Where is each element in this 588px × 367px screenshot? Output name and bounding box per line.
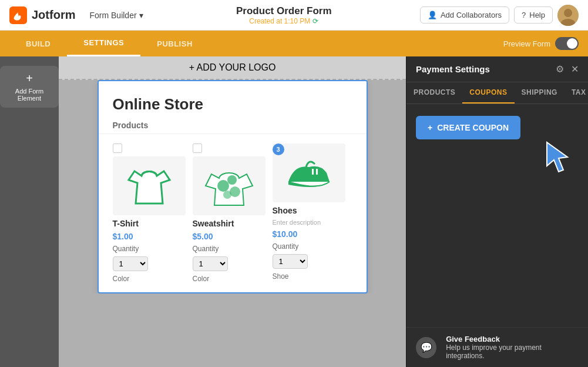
form-canvas: + ADD YOUR LOGO Online Store Products	[59, 56, 406, 367]
qty-select-shoes[interactable]: 1	[273, 254, 308, 269]
form-builder-label: Form Builder	[89, 11, 136, 20]
chevron-down-icon: ▾	[139, 11, 143, 20]
payment-settings-panel: Payment Settings ⚙ ✕ PRODUCTS COUPONS SH…	[406, 56, 588, 367]
plus-icon: +	[428, 123, 432, 132]
product-price-tshirt: $1.00	[113, 232, 186, 241]
add-form-element-label: Add Form Element	[9, 88, 49, 102]
logo-area: Jotform	[9, 6, 75, 24]
cursor-arrow	[541, 139, 576, 175]
panel-header-icons: ⚙ ✕	[556, 64, 579, 75]
product-image-tshirt	[113, 156, 186, 215]
svg-point-5	[227, 175, 237, 185]
svg-rect-8	[312, 169, 314, 175]
form-card-header: Online Store	[99, 81, 367, 121]
feedback-text-area: Give Feedback Help us improve your payme…	[446, 335, 579, 360]
svg-point-7	[223, 191, 231, 199]
tab-publish[interactable]: PUBLISH	[140, 31, 209, 56]
form-subtitle-text: Created at 1:10 PM	[249, 17, 310, 25]
tab-bar: BUILD SETTINGS PUBLISH Preview Form	[0, 31, 588, 56]
help-label: Help	[529, 11, 545, 19]
product-name-tshirt: T-Shirt	[113, 219, 186, 228]
qty-select-sweatshirt[interactable]: 123	[193, 256, 228, 271]
tab-tax[interactable]: TAX	[565, 82, 588, 104]
product-image-wrapper-shoes: 3	[273, 144, 345, 202]
qty-select-tshirt[interactable]: 123	[113, 256, 148, 271]
product-checkbox-sweatshirt[interactable]	[193, 144, 202, 153]
nav-right: 👤 Add Collaborators ? Help	[420, 5, 579, 26]
sync-icon: ⟳	[313, 17, 318, 25]
feedback-title: Give Feedback	[446, 335, 579, 343]
color-label-tshirt: Color	[113, 275, 186, 283]
user-plus-icon: 👤	[428, 11, 437, 19]
add-logo-text: + ADD YOUR LOGO	[189, 62, 276, 73]
form-title-area: Product Order Form Created at 1:10 PM ⟳	[157, 5, 411, 25]
tab-products[interactable]: PRODUCTS	[406, 82, 462, 104]
product-price-sweatshirt: $5.00	[193, 232, 266, 241]
products-label: Products	[113, 121, 149, 130]
tab-build[interactable]: BUILD	[9, 31, 67, 56]
main-area: + Add Form Element + ADD YOUR LOGO Onlin…	[0, 56, 588, 367]
tab-bar-right: Preview Form	[503, 37, 579, 50]
shoe-size-label: Shoe	[273, 272, 345, 281]
tab-coupons[interactable]: COUPONS	[462, 82, 514, 104]
product-price-shoes: $10.00	[273, 229, 345, 239]
feedback-bar: 💬 Give Feedback Help us improve your pay…	[406, 327, 588, 367]
avatar[interactable]	[557, 5, 579, 26]
products-grid: T-Shirt $1.00 Quantity 123 Color	[99, 134, 367, 292]
product-name-shoes: Shoes	[273, 206, 345, 215]
svg-point-4	[217, 180, 229, 192]
svg-rect-9	[316, 169, 318, 175]
add-collaborators-button[interactable]: 👤 Add Collaborators	[420, 6, 509, 24]
product-desc-shoes: Enter description	[273, 219, 345, 226]
left-sidebar: + Add Form Element	[0, 56, 59, 367]
product-image-sweatshirt	[193, 156, 266, 215]
add-form-element-button[interactable]: + Add Form Element	[0, 66, 59, 108]
jotform-logo-icon	[9, 6, 27, 24]
close-icon[interactable]: ✕	[571, 64, 579, 75]
question-icon: ?	[522, 11, 526, 19]
form-card: Online Store Products	[98, 80, 368, 293]
gear-icon[interactable]: ⚙	[556, 64, 564, 75]
qty-label-shoes: Quantity	[273, 242, 345, 251]
preview-toggle[interactable]	[555, 37, 579, 50]
panel-content: + CREATE COUPON	[406, 104, 588, 327]
tab-shipping[interactable]: SHIPPING	[515, 82, 565, 104]
product-checkbox-tshirt[interactable]	[113, 144, 122, 153]
color-label-sweatshirt: Color	[193, 275, 266, 283]
qty-label-sweatshirt: Quantity	[193, 245, 266, 253]
form-builder-button[interactable]: Form Builder ▾	[85, 8, 147, 22]
add-collaborators-label: Add Collaborators	[441, 11, 502, 19]
plus-icon: +	[26, 72, 33, 85]
panel-header: Payment Settings ⚙ ✕	[406, 56, 588, 82]
svg-marker-10	[547, 142, 567, 172]
svg-point-2	[564, 9, 572, 17]
preview-label: Preview Form	[503, 39, 550, 48]
panel-title: Payment Settings	[416, 64, 490, 74]
logo-bar: + ADD YOUR LOGO	[59, 56, 406, 80]
help-button[interactable]: ? Help	[514, 6, 553, 24]
panel-tabs: PRODUCTS COUPONS SHIPPING TAX INVOICE	[406, 82, 588, 104]
product-item-shoes: 3	[273, 144, 352, 283]
logo-text: Jotform	[32, 8, 75, 22]
form-title: Product Order Form	[157, 5, 411, 17]
product-name-sweatshirt: Sweatshirt	[193, 219, 266, 228]
create-coupon-label: CREATE COUPON	[437, 123, 509, 132]
create-coupon-button[interactable]: + CREATE COUPON	[416, 116, 520, 139]
tab-settings[interactable]: SETTINGS	[67, 31, 140, 56]
tab-bar-left: BUILD SETTINGS PUBLISH	[9, 31, 209, 56]
form-subtitle: Created at 1:10 PM ⟳	[157, 17, 411, 25]
chat-bubble-icon[interactable]: 💬	[416, 337, 436, 358]
form-card-title: Online Store	[113, 95, 352, 114]
feedback-subtitle: Help us improve your payment integration…	[446, 343, 579, 360]
toggle-knob	[567, 38, 577, 49]
qty-label-tshirt: Quantity	[113, 245, 186, 253]
chat-icon: 💬	[421, 342, 432, 353]
top-nav: Jotform Form Builder ▾ Product Order For…	[0, 0, 588, 31]
product-item-tshirt: T-Shirt $1.00 Quantity 123 Color	[113, 144, 193, 283]
product-item-sweatshirt: Sweatshirt $5.00 Quantity 123 Color	[193, 144, 273, 283]
